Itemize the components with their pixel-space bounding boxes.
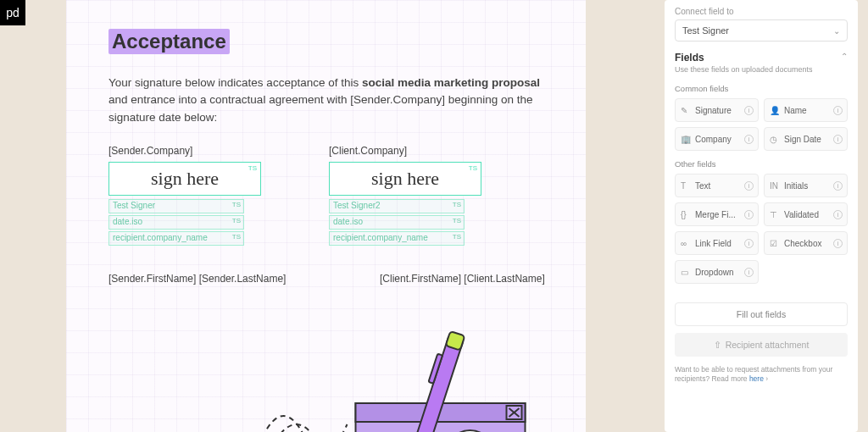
info-icon[interactable]: i: [833, 181, 843, 191]
sender-sign-field[interactable]: sign here: [108, 162, 261, 196]
chevron-up-icon: ⌃: [841, 52, 848, 61]
field-initials[interactable]: IN Initials i: [764, 174, 848, 197]
clock-icon: ◷: [770, 135, 780, 144]
intro-paragraph: Your signature below indicates acceptanc…: [108, 75, 543, 126]
field-label: Dropdown: [695, 268, 734, 277]
person-icon: 👤: [770, 106, 780, 115]
braces-icon: {}: [681, 210, 691, 219]
field-label: Text: [695, 181, 710, 191]
attachment-label: Recipient attachment: [726, 340, 810, 350]
sender-signer-field[interactable]: Test Signer: [108, 199, 244, 213]
sender-date-field[interactable]: date.iso: [108, 215, 244, 230]
initials-icon: IN: [770, 181, 780, 191]
field-name[interactable]: 👤 Name i: [764, 98, 848, 122]
client-signer-field[interactable]: Test Signer2: [329, 199, 465, 213]
field-label: Merge Fi...: [695, 210, 736, 219]
sender-signature-block: [Sender.Company] sign here Test Signer d…: [108, 145, 278, 247]
client-sign-field[interactable]: sign here: [329, 162, 481, 196]
info-icon[interactable]: i: [744, 181, 754, 191]
field-label: Name: [784, 106, 807, 115]
upload-icon: ⇧: [714, 340, 721, 350]
info-icon[interactable]: i: [744, 239, 754, 248]
other-fields-grid: T Text i IN Initials i {} Merge Fi... i …: [675, 174, 848, 284]
field-label: Signature: [695, 106, 732, 115]
dropdown-icon: ▭: [681, 268, 691, 277]
decorative-illustration: [108, 310, 543, 432]
field-label: Sign Date: [784, 135, 821, 144]
info-icon[interactable]: i: [833, 239, 843, 248]
client-date-field[interactable]: date.iso: [329, 215, 465, 230]
checkbox-icon: ☑: [770, 239, 780, 248]
validated-icon: ⊤: [770, 210, 780, 219]
building-icon: 🏢: [681, 135, 691, 144]
info-icon[interactable]: i: [744, 268, 754, 277]
hint-link[interactable]: here: [749, 374, 764, 383]
other-fields-label: Other fields: [675, 159, 848, 169]
connect-dropdown[interactable]: Test Signer ⌄: [675, 19, 848, 42]
link-icon: ∞: [681, 239, 691, 248]
common-fields-label: Common fields: [675, 84, 848, 93]
field-signature[interactable]: ✎ Signature i: [675, 98, 759, 122]
attachment-hint: Want to be able to request attachments f…: [675, 365, 848, 385]
info-icon[interactable]: i: [744, 210, 754, 219]
signature-icon: ✎: [681, 106, 691, 115]
section-heading: Acceptance: [108, 29, 230, 54]
field-dropdown[interactable]: ▭ Dropdown i: [675, 260, 759, 284]
sender-company-label: [Sender.Company]: [108, 145, 278, 157]
fields-sidebar: Connect field to Test Signer ⌄ Fields ⌃ …: [665, 0, 858, 432]
field-checkbox[interactable]: ☑ Checkbox i: [764, 231, 848, 255]
intro-text-a: Your signature below indicates acceptanc…: [108, 76, 362, 89]
info-icon[interactable]: i: [833, 135, 843, 144]
logo-text: pd: [6, 6, 19, 19]
recipient-attachment-button[interactable]: ⇧ Recipient attachment: [675, 333, 848, 357]
intro-text-bold: social media marketing proposal: [362, 76, 540, 89]
hint-arrow: ›: [764, 374, 768, 383]
document-canvas: Acceptance Your signature below indicate…: [66, 0, 586, 432]
field-label: Initials: [784, 181, 808, 191]
fields-section-header[interactable]: Fields ⌃: [675, 52, 848, 64]
app-logo: pd: [0, 0, 25, 25]
field-label: Link Field: [695, 239, 732, 248]
info-icon[interactable]: i: [833, 210, 843, 219]
field-company[interactable]: 🏢 Company i: [675, 127, 759, 151]
fields-title: Fields: [675, 52, 704, 64]
field-validated[interactable]: ⊤ Validated i: [764, 202, 848, 226]
info-icon[interactable]: i: [744, 135, 754, 144]
field-link[interactable]: ∞ Link Field i: [675, 231, 759, 255]
client-company-field[interactable]: recipient.company_name: [329, 231, 465, 246]
client-name-tokens: [Client.FirstName] [Client.LastName]: [380, 273, 600, 285]
connect-value: Test Signer: [682, 25, 729, 36]
text-icon: T: [681, 181, 691, 191]
client-company-label: [Client.Company]: [329, 145, 498, 157]
field-text[interactable]: T Text i: [675, 174, 759, 197]
field-label: Checkbox: [784, 239, 821, 248]
client-signature-block: [Client.Company] sign here Test Signer2 …: [329, 145, 498, 247]
fields-subtitle: Use these fields on uploaded documents: [675, 65, 848, 74]
sender-name-tokens: [Sender.FirstName] [Sender.LastName]: [108, 273, 329, 285]
field-sign-date[interactable]: ◷ Sign Date i: [764, 127, 848, 151]
chevron-down-icon: ⌄: [833, 26, 840, 36]
field-label: Validated: [784, 210, 819, 219]
common-fields-grid: ✎ Signature i 👤 Name i 🏢 Company i ◷ Sig…: [675, 98, 848, 151]
sender-company-field[interactable]: recipient.company_name: [108, 231, 244, 246]
connect-label: Connect field to: [675, 7, 848, 16]
intro-text-b: and entrance into a contractual agreemen…: [108, 93, 533, 123]
names-row: [Sender.FirstName] [Sender.LastName] [Cl…: [108, 273, 543, 285]
fill-out-fields-button[interactable]: Fill out fields: [675, 302, 848, 326]
signature-row: [Sender.Company] sign here Test Signer d…: [108, 145, 543, 247]
field-merge[interactable]: {} Merge Fi... i: [675, 202, 759, 226]
info-icon[interactable]: i: [833, 106, 843, 115]
info-icon[interactable]: i: [744, 106, 754, 115]
field-label: Company: [695, 135, 732, 144]
